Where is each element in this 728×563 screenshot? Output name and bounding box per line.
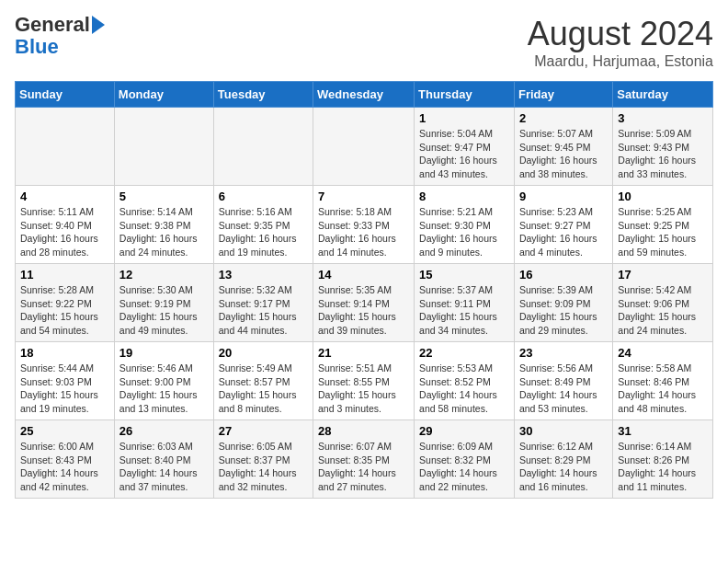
calendar-cell: 31Sunrise: 6:14 AMSunset: 8:26 PMDayligh…	[613, 420, 713, 499]
day-number: 15	[419, 268, 509, 282]
calendar-cell: 16Sunrise: 5:39 AMSunset: 9:09 PMDayligh…	[514, 264, 612, 342]
day-number: 14	[318, 268, 409, 282]
day-number: 19	[119, 346, 209, 360]
day-info: Sunrise: 6:09 AMSunset: 8:32 PMDaylight:…	[419, 440, 509, 494]
day-number: 10	[618, 190, 708, 203]
logo: General Blue	[15, 15, 105, 59]
calendar-cell: 5Sunrise: 5:14 AMSunset: 9:38 PMDaylight…	[114, 186, 213, 264]
day-info: Sunrise: 6:03 AMSunset: 8:40 PMDaylight:…	[119, 440, 209, 494]
calendar-cell: 25Sunrise: 6:00 AMSunset: 8:43 PMDayligh…	[16, 420, 115, 499]
day-info: Sunrise: 5:37 AMSunset: 9:11 PMDaylight:…	[419, 283, 509, 338]
calendar-cell: 28Sunrise: 6:07 AMSunset: 8:35 PMDayligh…	[313, 420, 415, 499]
day-info: Sunrise: 5:09 AMSunset: 9:43 PMDaylight:…	[618, 127, 708, 181]
day-number: 6	[219, 190, 308, 203]
day-info: Sunrise: 5:35 AMSunset: 9:14 PMDaylight:…	[318, 283, 409, 338]
day-info: Sunrise: 5:53 AMSunset: 8:52 PMDaylight:…	[419, 362, 509, 416]
day-number: 20	[219, 346, 308, 360]
calendar-week-row: 4Sunrise: 5:11 AMSunset: 9:40 PMDaylight…	[16, 186, 713, 264]
day-number: 28	[318, 424, 409, 438]
calendar-cell	[16, 108, 115, 186]
calendar-cell: 26Sunrise: 6:03 AMSunset: 8:40 PMDayligh…	[114, 420, 213, 499]
calendar-cell: 6Sunrise: 5:16 AMSunset: 9:35 PMDaylight…	[213, 186, 313, 264]
calendar-cell: 9Sunrise: 5:23 AMSunset: 9:27 PMDaylight…	[514, 186, 612, 264]
weekday-header-thursday: Thursday	[415, 82, 515, 108]
day-info: Sunrise: 5:16 AMSunset: 9:35 PMDaylight:…	[219, 205, 308, 259]
calendar-cell: 19Sunrise: 5:46 AMSunset: 9:00 PMDayligh…	[114, 342, 213, 420]
day-info: Sunrise: 5:58 AMSunset: 8:46 PMDaylight:…	[618, 362, 708, 416]
day-info: Sunrise: 6:07 AMSunset: 8:35 PMDaylight:…	[318, 440, 409, 494]
calendar-cell: 12Sunrise: 5:30 AMSunset: 9:19 PMDayligh…	[114, 264, 213, 342]
calendar-cell: 11Sunrise: 5:28 AMSunset: 9:22 PMDayligh…	[16, 264, 115, 342]
calendar-cell: 27Sunrise: 6:05 AMSunset: 8:37 PMDayligh…	[213, 420, 313, 499]
logo-text-blue: Blue	[15, 35, 59, 59]
day-info: Sunrise: 5:49 AMSunset: 8:57 PMDaylight:…	[219, 362, 308, 416]
calendar-cell: 15Sunrise: 5:37 AMSunset: 9:11 PMDayligh…	[415, 264, 515, 342]
logo-text-general: General	[15, 15, 90, 35]
calendar-cell: 29Sunrise: 6:09 AMSunset: 8:32 PMDayligh…	[415, 420, 515, 499]
calendar-cell: 3Sunrise: 5:09 AMSunset: 9:43 PMDaylight…	[613, 108, 713, 186]
calendar-cell: 20Sunrise: 5:49 AMSunset: 8:57 PMDayligh…	[213, 342, 313, 420]
day-info: Sunrise: 6:12 AMSunset: 8:29 PMDaylight:…	[519, 440, 608, 494]
day-info: Sunrise: 5:42 AMSunset: 9:06 PMDaylight:…	[618, 283, 708, 338]
day-info: Sunrise: 5:46 AMSunset: 9:00 PMDaylight:…	[119, 362, 209, 416]
logo-arrow-icon	[92, 16, 105, 34]
day-number: 11	[20, 268, 109, 282]
day-number: 7	[318, 190, 409, 203]
weekday-header-wednesday: Wednesday	[313, 82, 415, 108]
weekday-header-monday: Monday	[114, 82, 213, 108]
calendar-cell: 23Sunrise: 5:56 AMSunset: 8:49 PMDayligh…	[514, 342, 612, 420]
weekday-header-friday: Friday	[514, 82, 612, 108]
day-info: Sunrise: 5:32 AMSunset: 9:17 PMDaylight:…	[219, 283, 308, 338]
calendar-cell: 17Sunrise: 5:42 AMSunset: 9:06 PMDayligh…	[613, 264, 713, 342]
day-number: 16	[519, 268, 608, 282]
calendar-cell: 2Sunrise: 5:07 AMSunset: 9:45 PMDaylight…	[514, 108, 612, 186]
weekday-header-saturday: Saturday	[613, 82, 713, 108]
calendar-cell: 7Sunrise: 5:18 AMSunset: 9:33 PMDaylight…	[313, 186, 415, 264]
calendar-cell: 21Sunrise: 5:51 AMSunset: 8:55 PMDayligh…	[313, 342, 415, 420]
page-header: General Blue August 2024 Maardu, Harjuma…	[15, 15, 713, 70]
day-number: 5	[119, 190, 209, 203]
day-number: 23	[519, 346, 608, 360]
day-number: 29	[419, 424, 509, 438]
day-info: Sunrise: 5:30 AMSunset: 9:19 PMDaylight:…	[119, 283, 209, 338]
weekday-header-sunday: Sunday	[16, 82, 115, 108]
day-info: Sunrise: 6:00 AMSunset: 8:43 PMDaylight:…	[20, 440, 109, 494]
calendar-cell: 18Sunrise: 5:44 AMSunset: 9:03 PMDayligh…	[16, 342, 115, 420]
calendar-table: SundayMondayTuesdayWednesdayThursdayFrid…	[15, 81, 713, 499]
calendar-cell	[114, 108, 213, 186]
day-number: 4	[20, 190, 109, 203]
calendar-week-row: 18Sunrise: 5:44 AMSunset: 9:03 PMDayligh…	[16, 342, 713, 420]
calendar-cell: 13Sunrise: 5:32 AMSunset: 9:17 PMDayligh…	[213, 264, 313, 342]
day-info: Sunrise: 5:56 AMSunset: 8:49 PMDaylight:…	[519, 362, 608, 416]
day-number: 12	[119, 268, 209, 282]
calendar-week-row: 25Sunrise: 6:00 AMSunset: 8:43 PMDayligh…	[16, 420, 713, 499]
calendar-cell: 24Sunrise: 5:58 AMSunset: 8:46 PMDayligh…	[613, 342, 713, 420]
day-info: Sunrise: 5:04 AMSunset: 9:47 PMDaylight:…	[419, 127, 509, 181]
calendar-cell: 22Sunrise: 5:53 AMSunset: 8:52 PMDayligh…	[415, 342, 515, 420]
day-info: Sunrise: 6:05 AMSunset: 8:37 PMDaylight:…	[219, 440, 308, 494]
day-info: Sunrise: 5:51 AMSunset: 8:55 PMDaylight:…	[318, 362, 409, 416]
day-number: 22	[419, 346, 509, 360]
weekday-header-tuesday: Tuesday	[213, 82, 313, 108]
day-number: 26	[119, 424, 209, 438]
calendar-week-row: 1Sunrise: 5:04 AMSunset: 9:47 PMDaylight…	[16, 108, 713, 186]
day-info: Sunrise: 5:21 AMSunset: 9:30 PMDaylight:…	[419, 205, 509, 259]
day-number: 24	[618, 346, 708, 360]
day-info: Sunrise: 5:14 AMSunset: 9:38 PMDaylight:…	[119, 205, 209, 259]
calendar-cell	[313, 108, 415, 186]
day-number: 3	[618, 111, 708, 125]
calendar-subtitle: Maardu, Harjumaa, Estonia	[528, 53, 713, 70]
day-number: 2	[519, 111, 608, 125]
calendar-cell: 14Sunrise: 5:35 AMSunset: 9:14 PMDayligh…	[313, 264, 415, 342]
day-info: Sunrise: 5:07 AMSunset: 9:45 PMDaylight:…	[519, 127, 608, 181]
day-number: 8	[419, 190, 509, 203]
day-number: 27	[219, 424, 308, 438]
day-number: 1	[419, 111, 509, 125]
day-number: 25	[20, 424, 109, 438]
day-info: Sunrise: 6:14 AMSunset: 8:26 PMDaylight:…	[618, 440, 708, 494]
calendar-cell: 4Sunrise: 5:11 AMSunset: 9:40 PMDaylight…	[16, 186, 115, 264]
weekday-header-row: SundayMondayTuesdayWednesdayThursdayFrid…	[16, 82, 713, 108]
calendar-cell: 10Sunrise: 5:25 AMSunset: 9:25 PMDayligh…	[613, 186, 713, 264]
day-number: 21	[318, 346, 409, 360]
day-info: Sunrise: 5:44 AMSunset: 9:03 PMDaylight:…	[20, 362, 109, 416]
